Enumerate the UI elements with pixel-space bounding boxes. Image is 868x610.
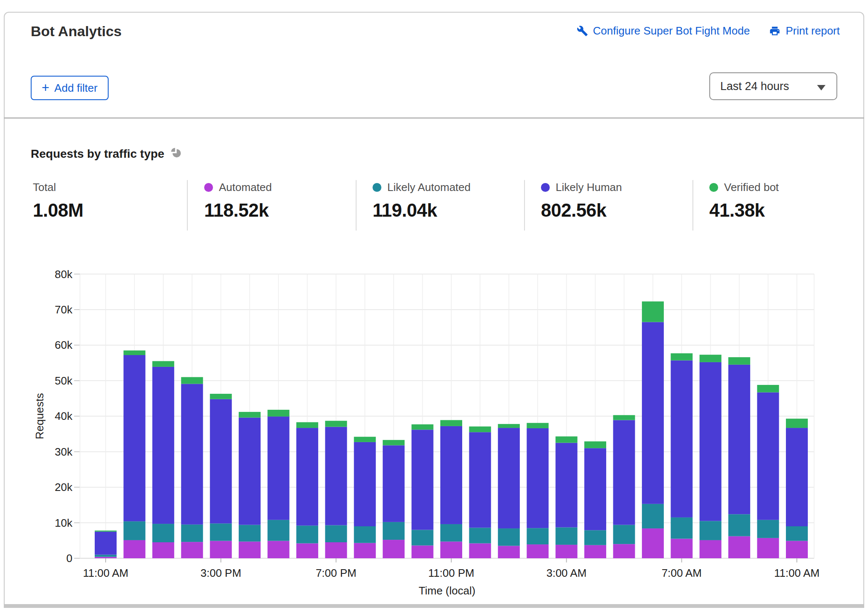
bar-segment[interactable]: [700, 540, 722, 558]
bar-segment[interactable]: [498, 546, 520, 558]
stacked-bar[interactable]: [181, 377, 203, 558]
bar-segment[interactable]: [700, 362, 722, 521]
bar-segment[interactable]: [239, 412, 261, 418]
bar-segment[interactable]: [325, 525, 347, 542]
stacked-bar[interactable]: [671, 353, 692, 558]
bar-segment[interactable]: [123, 350, 145, 355]
stacked-bar[interactable]: [354, 437, 376, 558]
stacked-bar[interactable]: [527, 423, 548, 558]
bar-segment[interactable]: [728, 514, 750, 536]
traffic-chart[interactable]: 010k20k30k40k50k60k70k80k11:00 AM3:00 PM…: [0, 261, 868, 605]
bar-segment[interactable]: [181, 377, 203, 384]
bar-segment[interactable]: [700, 355, 722, 362]
bar-segment[interactable]: [584, 545, 606, 558]
bar-segment[interactable]: [412, 424, 434, 430]
bar-segment[interactable]: [296, 544, 318, 558]
bar-segment[interactable]: [440, 524, 462, 541]
bar-segment[interactable]: [671, 353, 692, 361]
bar-segment[interactable]: [95, 557, 117, 558]
bar-segment[interactable]: [584, 530, 606, 545]
bar-segment[interactable]: [556, 443, 578, 528]
bar-segment[interactable]: [383, 540, 405, 558]
bar-segment[interactable]: [325, 427, 347, 525]
stacked-bar[interactable]: [700, 355, 722, 558]
bar-segment[interactable]: [354, 543, 376, 558]
bar-segment[interactable]: [527, 544, 548, 558]
bar-segment[interactable]: [671, 517, 692, 539]
bar-segment[interactable]: [440, 426, 462, 524]
bar-segment[interactable]: [181, 384, 203, 524]
bar-segment[interactable]: [152, 367, 174, 524]
bar-segment[interactable]: [210, 523, 232, 541]
stacked-bar[interactable]: [469, 427, 491, 558]
bar-segment[interactable]: [354, 526, 376, 543]
stacked-bar[interactable]: [757, 385, 779, 558]
bar-segment[interactable]: [210, 541, 232, 558]
bar-segment[interactable]: [786, 541, 808, 558]
bar-segment[interactable]: [239, 525, 261, 542]
bar-segment[interactable]: [152, 542, 174, 558]
bar-segment[interactable]: [671, 361, 692, 517]
bar-segment[interactable]: [412, 546, 434, 558]
bar-segment[interactable]: [123, 521, 145, 540]
bar-segment[interactable]: [556, 436, 578, 443]
time-range-dropdown[interactable]: Last 24 hours: [709, 72, 837, 100]
stacked-bar[interactable]: [584, 441, 606, 558]
stacked-bar[interactable]: [786, 419, 808, 558]
bar-segment[interactable]: [786, 526, 808, 541]
stacked-bar[interactable]: [239, 412, 261, 558]
bar-segment[interactable]: [268, 416, 290, 520]
bar-segment[interactable]: [584, 441, 606, 448]
stacked-bar[interactable]: [296, 422, 318, 558]
bar-segment[interactable]: [239, 418, 261, 525]
bar-segment[interactable]: [728, 536, 750, 558]
bar-segment[interactable]: [642, 302, 664, 322]
bar-segment[interactable]: [757, 520, 779, 538]
bar-segment[interactable]: [210, 399, 232, 524]
bar-segment[interactable]: [354, 437, 376, 442]
bar-segment[interactable]: [527, 528, 548, 544]
bar-segment[interactable]: [123, 540, 145, 558]
bar-segment[interactable]: [95, 532, 117, 555]
bar-segment[interactable]: [728, 357, 750, 365]
stacked-bar[interactable]: [728, 357, 750, 558]
bar-segment[interactable]: [469, 544, 491, 558]
stacked-bar[interactable]: [613, 415, 635, 558]
bar-segment[interactable]: [296, 428, 318, 525]
bar-segment[interactable]: [786, 428, 808, 526]
bar-segment[interactable]: [757, 385, 779, 393]
bar-segment[interactable]: [642, 322, 664, 504]
stacked-bar[interactable]: [325, 421, 347, 558]
bar-segment[interactable]: [498, 528, 520, 546]
bar-segment[interactable]: [469, 528, 491, 543]
bar-segment[interactable]: [296, 525, 318, 543]
stacked-bar[interactable]: [268, 410, 290, 558]
bar-segment[interactable]: [325, 421, 347, 427]
bar-segment[interactable]: [642, 504, 664, 528]
bar-segment[interactable]: [613, 415, 635, 420]
stacked-bar[interactable]: [498, 424, 520, 558]
bar-segment[interactable]: [469, 432, 491, 528]
stacked-bar[interactable]: [95, 530, 117, 558]
bar-segment[interactable]: [613, 525, 635, 544]
print-report-link[interactable]: Print report: [769, 24, 840, 37]
bar-segment[interactable]: [239, 541, 261, 558]
bar-segment[interactable]: [383, 440, 405, 446]
bar-segment[interactable]: [296, 422, 318, 428]
bar-segment[interactable]: [584, 448, 606, 530]
stacked-bar[interactable]: [440, 420, 462, 558]
bar-segment[interactable]: [469, 427, 491, 432]
bar-segment[interactable]: [325, 542, 347, 558]
bar-segment[interactable]: [383, 445, 405, 522]
bar-segment[interactable]: [786, 419, 808, 428]
bar-segment[interactable]: [556, 545, 578, 558]
bar-segment[interactable]: [757, 393, 779, 520]
bar-segment[interactable]: [700, 521, 722, 540]
bar-segment[interactable]: [181, 542, 203, 558]
bar-segment[interactable]: [613, 420, 635, 525]
bar-segment[interactable]: [152, 524, 174, 542]
bar-segment[interactable]: [268, 541, 290, 558]
bar-segment[interactable]: [527, 423, 548, 428]
bar-segment[interactable]: [440, 541, 462, 558]
bar-segment[interactable]: [440, 420, 462, 426]
